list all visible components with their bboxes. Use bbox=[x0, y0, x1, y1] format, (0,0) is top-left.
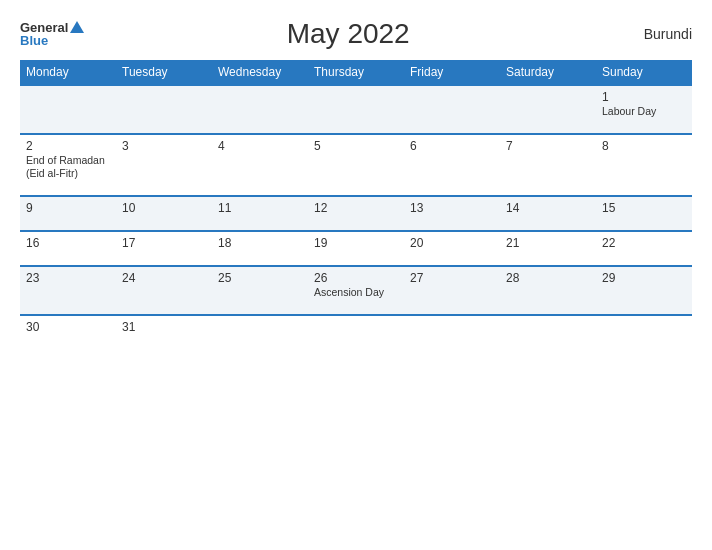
table-row: 5 bbox=[308, 134, 404, 196]
table-row: 4 bbox=[212, 134, 308, 196]
table-row: 26Ascension Day bbox=[308, 266, 404, 315]
day-number: 11 bbox=[218, 201, 302, 215]
day-number: 31 bbox=[122, 320, 206, 334]
table-row: 14 bbox=[500, 196, 596, 231]
day-event: Ascension Day bbox=[314, 286, 398, 300]
day-number: 23 bbox=[26, 271, 110, 285]
day-number: 12 bbox=[314, 201, 398, 215]
day-number: 1 bbox=[602, 90, 686, 104]
calendar-week-row: 1Labour Day bbox=[20, 85, 692, 134]
col-wednesday: Wednesday bbox=[212, 60, 308, 85]
day-number: 24 bbox=[122, 271, 206, 285]
day-number: 22 bbox=[602, 236, 686, 250]
table-row: 31 bbox=[116, 315, 212, 349]
table-row bbox=[308, 315, 404, 349]
day-number: 19 bbox=[314, 236, 398, 250]
table-row: 20 bbox=[404, 231, 500, 266]
table-row: 29 bbox=[596, 266, 692, 315]
day-number: 29 bbox=[602, 271, 686, 285]
day-number: 13 bbox=[410, 201, 494, 215]
table-row: 3 bbox=[116, 134, 212, 196]
table-row: 17 bbox=[116, 231, 212, 266]
table-row bbox=[212, 85, 308, 134]
table-row: 28 bbox=[500, 266, 596, 315]
day-number: 30 bbox=[26, 320, 110, 334]
day-number: 16 bbox=[26, 236, 110, 250]
logo-triangle-icon bbox=[70, 21, 84, 33]
table-row bbox=[596, 315, 692, 349]
day-number: 15 bbox=[602, 201, 686, 215]
calendar-week-row: 3031 bbox=[20, 315, 692, 349]
day-number: 21 bbox=[506, 236, 590, 250]
table-row: 13 bbox=[404, 196, 500, 231]
table-row: 2End of Ramadan (Eid al-Fitr) bbox=[20, 134, 116, 196]
col-thursday: Thursday bbox=[308, 60, 404, 85]
col-monday: Monday bbox=[20, 60, 116, 85]
day-number: 4 bbox=[218, 139, 302, 153]
day-number: 10 bbox=[122, 201, 206, 215]
table-row: 25 bbox=[212, 266, 308, 315]
table-row: 23 bbox=[20, 266, 116, 315]
table-row: 21 bbox=[500, 231, 596, 266]
table-row: 15 bbox=[596, 196, 692, 231]
table-row: 1Labour Day bbox=[596, 85, 692, 134]
col-friday: Friday bbox=[404, 60, 500, 85]
calendar-week-row: 2End of Ramadan (Eid al-Fitr)345678 bbox=[20, 134, 692, 196]
month-title: May 2022 bbox=[84, 18, 612, 50]
col-tuesday: Tuesday bbox=[116, 60, 212, 85]
table-row bbox=[500, 85, 596, 134]
table-row bbox=[116, 85, 212, 134]
table-row: 7 bbox=[500, 134, 596, 196]
table-row: 18 bbox=[212, 231, 308, 266]
day-number: 8 bbox=[602, 139, 686, 153]
day-number: 17 bbox=[122, 236, 206, 250]
table-row: 6 bbox=[404, 134, 500, 196]
table-row: 30 bbox=[20, 315, 116, 349]
day-number: 2 bbox=[26, 139, 110, 153]
day-number: 7 bbox=[506, 139, 590, 153]
calendar-week-row: 16171819202122 bbox=[20, 231, 692, 266]
table-row: 24 bbox=[116, 266, 212, 315]
day-event: End of Ramadan (Eid al-Fitr) bbox=[26, 154, 110, 181]
table-row: 8 bbox=[596, 134, 692, 196]
day-number: 18 bbox=[218, 236, 302, 250]
day-number: 14 bbox=[506, 201, 590, 215]
day-number: 27 bbox=[410, 271, 494, 285]
day-event: Labour Day bbox=[602, 105, 686, 119]
header: General Blue May 2022 Burundi bbox=[20, 18, 692, 50]
calendar-header-row: Monday Tuesday Wednesday Thursday Friday… bbox=[20, 60, 692, 85]
day-number: 28 bbox=[506, 271, 590, 285]
table-row bbox=[308, 85, 404, 134]
day-number: 6 bbox=[410, 139, 494, 153]
day-number: 20 bbox=[410, 236, 494, 250]
table-row bbox=[404, 85, 500, 134]
table-row: 16 bbox=[20, 231, 116, 266]
table-row: 19 bbox=[308, 231, 404, 266]
country-label: Burundi bbox=[612, 26, 692, 42]
table-row: 10 bbox=[116, 196, 212, 231]
col-saturday: Saturday bbox=[500, 60, 596, 85]
table-row: 12 bbox=[308, 196, 404, 231]
logo: General Blue bbox=[20, 21, 84, 47]
table-row bbox=[500, 315, 596, 349]
day-number: 5 bbox=[314, 139, 398, 153]
calendar-table: Monday Tuesday Wednesday Thursday Friday… bbox=[20, 60, 692, 349]
calendar-week-row: 9101112131415 bbox=[20, 196, 692, 231]
table-row: 22 bbox=[596, 231, 692, 266]
logo-text: General Blue bbox=[20, 21, 84, 47]
col-sunday: Sunday bbox=[596, 60, 692, 85]
table-row: 11 bbox=[212, 196, 308, 231]
day-number: 26 bbox=[314, 271, 398, 285]
page: General Blue May 2022 Burundi Monday Tue… bbox=[0, 0, 712, 550]
table-row bbox=[20, 85, 116, 134]
table-row bbox=[404, 315, 500, 349]
table-row bbox=[212, 315, 308, 349]
logo-blue-text: Blue bbox=[20, 34, 48, 47]
calendar-week-row: 23242526Ascension Day272829 bbox=[20, 266, 692, 315]
day-number: 9 bbox=[26, 201, 110, 215]
day-number: 3 bbox=[122, 139, 206, 153]
table-row: 27 bbox=[404, 266, 500, 315]
table-row: 9 bbox=[20, 196, 116, 231]
day-number: 25 bbox=[218, 271, 302, 285]
